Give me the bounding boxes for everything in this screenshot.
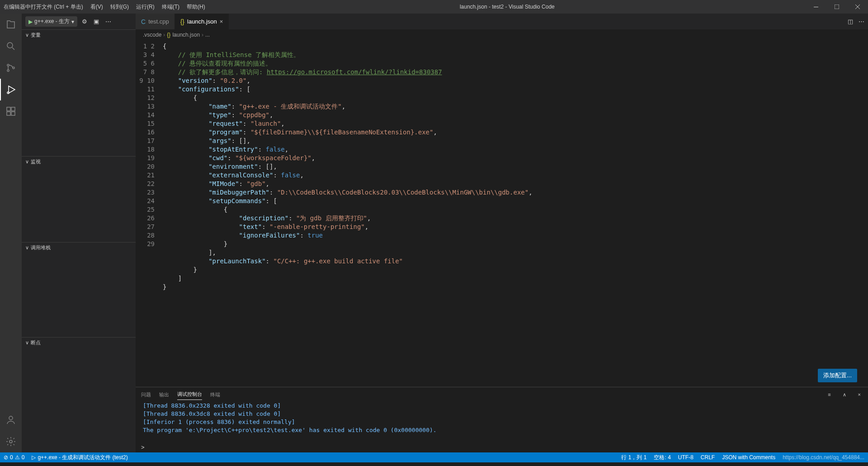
tab-more-icon[interactable]: ⋯ [859, 18, 864, 25]
watch-section: ∨监视 [22, 156, 136, 242]
status-language[interactable]: JSON with Comments [718, 454, 779, 461]
settings-gear-icon[interactable] [0, 431, 22, 452]
gear-icon[interactable]: ⚙ [80, 18, 89, 25]
search-icon[interactable] [0, 35, 22, 57]
json-file-icon: {} [180, 18, 184, 25]
callstack-section: ∨调用堆栈 [22, 242, 136, 337]
debug-console-icon[interactable]: ▣ [92, 18, 101, 25]
status-eol[interactable]: CRLF [697, 454, 718, 461]
panel-tab-debug-console[interactable]: 调试控制台 [177, 389, 202, 400]
add-configuration-button[interactable]: 添加配置... [818, 369, 857, 382]
panel-close-icon[interactable]: × [856, 392, 863, 397]
play-icon: ▶ [28, 19, 33, 25]
close-window-button[interactable] [847, 0, 868, 14]
menu-terminal[interactable]: 终端(T) [158, 3, 183, 11]
source-control-icon[interactable] [0, 57, 22, 79]
debug-console-output[interactable]: [Thread 8836.0x2328 exited with code 0] … [136, 402, 868, 442]
debug-console-input[interactable]: > [136, 442, 868, 452]
svg-rect-8 [11, 107, 15, 111]
window-title: launch.json - test2 - Visual Studio Code [209, 4, 806, 10]
close-tab-icon[interactable]: × [220, 18, 223, 25]
chevron-down-icon: ▾ [71, 19, 74, 25]
open-in-editor-tip: 在编辑器中打开文件 (Ctrl + 单击) [0, 3, 87, 11]
menu-view[interactable]: 看(V) [87, 3, 107, 11]
watermark-url: https://blog.csdn.net/qq_454884... [779, 454, 868, 461]
explorer-icon[interactable] [0, 14, 22, 35]
code-editor[interactable]: { // 使用 IntelliSense 了解相关属性。 // 悬停以查看现有属… [163, 40, 827, 387]
maximize-button[interactable] [826, 0, 847, 14]
menu-bar: 看(V) 转到(G) 运行(R) 终端(T) 帮助(H) [87, 3, 209, 11]
line-gutter: 1 2 3 4 5 6 7 8 9 10 11 12 13 14 15 16 1… [136, 40, 163, 387]
status-indent[interactable]: 空格: 4 [650, 454, 674, 461]
debug-sidebar: ▶ g++.exe - 生方 ▾ ⚙ ▣ ⋯ ∨变量 ∨监视 ∨调用堆栈 ∨断点 [22, 14, 136, 452]
debug-config-name: g++.exe - 生方 [34, 18, 70, 25]
activity-bar [0, 14, 22, 452]
panel-filter-icon[interactable]: ≡ [826, 392, 832, 397]
tab-launch-json[interactable]: {} launch.json × [175, 14, 229, 29]
extensions-icon[interactable] [0, 100, 22, 122]
svg-rect-7 [7, 107, 10, 111]
svg-point-3 [7, 64, 9, 66]
panel-tab-problems[interactable]: 问题 [141, 390, 151, 400]
svg-point-2 [7, 43, 13, 48]
menu-run[interactable]: 运行(R) [132, 3, 158, 11]
bottom-panel: 问题 输出 调试控制台 终端 ≡ ∧ × [Thread 8836.0x2328… [136, 387, 868, 452]
svg-rect-10 [11, 112, 15, 115]
accounts-icon[interactable] [0, 409, 22, 431]
svg-point-6 [7, 92, 9, 94]
run-debug-icon[interactable] [0, 79, 22, 100]
editor-tabs: C test.cpp {} launch.json × ◫ ⋯ [136, 14, 868, 29]
tab-test-cpp[interactable]: C test.cpp [136, 14, 175, 29]
svg-rect-0 [814, 7, 818, 7]
breakpoints-header[interactable]: ∨断点 [22, 338, 136, 348]
svg-rect-9 [7, 112, 10, 115]
status-cursor-pos[interactable]: 行 1，列 1 [618, 454, 650, 461]
start-debug-button[interactable]: ▶ g++.exe - 生方 ▾ [25, 16, 77, 27]
panel-maximize-icon[interactable]: ∧ [841, 392, 848, 398]
watch-header[interactable]: ∨监视 [22, 157, 136, 167]
panel-tab-output[interactable]: 输出 [159, 390, 169, 400]
breakpoints-section: ∨断点 [22, 337, 136, 348]
breadcrumbs[interactable]: .vscode› {}launch.json› ... [136, 29, 868, 40]
variables-section: ∨变量 [22, 29, 136, 156]
svg-rect-1 [835, 5, 839, 9]
svg-point-4 [7, 70, 9, 71]
svg-point-11 [9, 416, 13, 420]
menu-help[interactable]: 帮助(H) [183, 3, 209, 11]
variables-header[interactable]: ∨变量 [22, 30, 136, 40]
split-editor-icon[interactable]: ◫ [848, 18, 853, 25]
status-bar: ⊘0⚠0 ▷g++.exe - 生成和调试活动文件 (test2) 行 1，列 … [0, 452, 868, 462]
cpp-file-icon: C [141, 18, 146, 25]
status-encoding[interactable]: UTF-8 [675, 454, 697, 461]
debug-icon: ▷ [32, 454, 36, 461]
more-icon[interactable]: ⋯ [104, 18, 113, 25]
panel-tab-terminal[interactable]: 终端 [210, 390, 220, 400]
status-debug-task[interactable]: ▷g++.exe - 生成和调试活动文件 (test2) [28, 454, 131, 461]
callstack-header[interactable]: ∨调用堆栈 [22, 243, 136, 253]
minimize-button[interactable] [806, 0, 826, 14]
menu-goto[interactable]: 转到(G) [107, 3, 132, 11]
status-errors[interactable]: ⊘0⚠0 [0, 454, 28, 461]
svg-point-12 [9, 440, 12, 443]
minimap[interactable] [827, 40, 868, 387]
